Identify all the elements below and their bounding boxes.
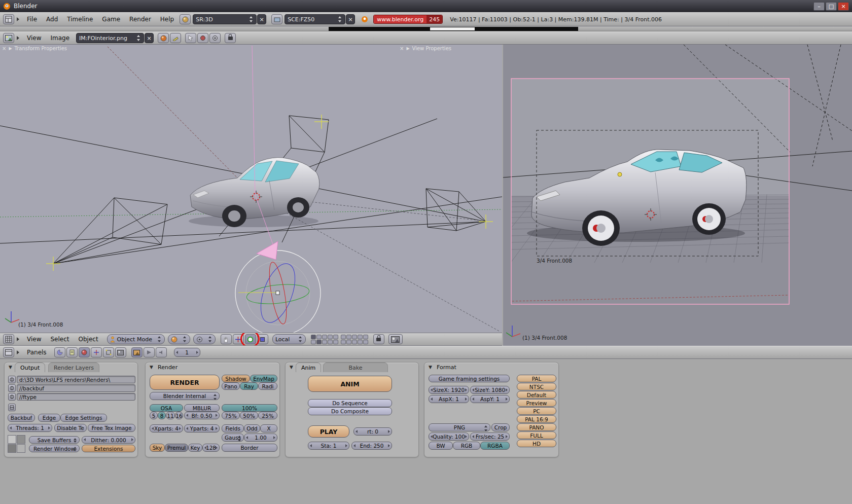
preset-pano-button[interactable]: PANO: [517, 423, 556, 431]
menu-image[interactable]: Image: [46, 34, 74, 42]
grease-pencil-icon[interactable]: [170, 33, 181, 43]
filter-menu[interactable]: Gauss: [222, 434, 244, 442]
panel-collapse-icon[interactable]: ▼: [150, 365, 153, 370]
panel-collapse-icon[interactable]: ▼: [429, 365, 432, 370]
trackball-gizmo[interactable]: [235, 250, 321, 333]
crop-toggle[interactable]: Crop: [491, 423, 510, 431]
file-select-icon[interactable]: [8, 376, 16, 383]
manipulator-rotate-icon[interactable]: [245, 334, 256, 344]
manipulator-scale-icon[interactable]: [257, 334, 268, 344]
scene-clear-button[interactable]: ×: [346, 14, 355, 24]
anim-button[interactable]: ANIM: [308, 376, 392, 392]
scene-browse-icon[interactable]: [271, 14, 282, 24]
size-25-toggle[interactable]: 25%: [258, 412, 277, 419]
menu-game[interactable]: Game: [97, 16, 125, 23]
menu-timeline[interactable]: Timeline: [62, 16, 97, 23]
preset-pc-button[interactable]: PC: [517, 407, 556, 415]
tab-output[interactable]: Output: [15, 363, 45, 372]
do-composite-toggle[interactable]: Do Composite: [308, 407, 392, 415]
pan-hand-icon[interactable]: [221, 334, 232, 344]
size-75-toggle[interactable]: 75%: [222, 412, 240, 419]
backbuf-path-field[interactable]: //backbuf: [17, 384, 135, 392]
osa-toggle[interactable]: OSA: [150, 404, 183, 412]
pivot-selector[interactable]: [193, 334, 216, 344]
screen-clear-button[interactable]: ×: [257, 14, 266, 24]
blur-factor-field[interactable]: Bf: 0.50: [184, 412, 220, 419]
rgba-toggle[interactable]: RGBA: [480, 442, 510, 450]
pano-toggle[interactable]: Pano: [222, 382, 240, 390]
anim-subcontext-icon[interactable]: [144, 347, 155, 357]
image-editor-icon[interactable]: [3, 33, 14, 43]
frame-number-field[interactable]: 1: [174, 348, 200, 357]
rt-field[interactable]: rt: 0: [353, 427, 392, 436]
mblur-toggle[interactable]: MBLUR: [184, 404, 220, 412]
backbuf-toggle[interactable]: Backbuf: [8, 414, 35, 422]
render-window-menu[interactable]: Render Window: [29, 445, 80, 452]
render-button[interactable]: RENDER: [150, 375, 220, 390]
osa-16-toggle[interactable]: 16: [175, 412, 183, 419]
game-framing-button[interactable]: Game framing settings: [429, 375, 510, 382]
sky-toggle[interactable]: Sky: [150, 444, 165, 452]
render-engine-menu[interactable]: Blender Internal: [150, 392, 220, 400]
tab-anim[interactable]: Anim: [296, 363, 321, 372]
screen-browse-icon[interactable]: [180, 14, 191, 24]
radio-toggle[interactable]: Radi: [258, 382, 277, 390]
close-icon[interactable]: ×: [400, 46, 404, 51]
preset-pal169-button[interactable]: PAL 16:9: [517, 415, 556, 423]
menu-help[interactable]: Help: [156, 16, 179, 23]
image-browse-icon[interactable]: [158, 33, 169, 43]
viewport-3d[interactable]: × ▶ Transform Properties × ▶ View Proper…: [0, 45, 502, 333]
maximize-button[interactable]: □: [826, 2, 837, 11]
menu-select[interactable]: Select: [46, 336, 74, 343]
image-clear-button[interactable]: ×: [145, 33, 154, 43]
ray-toggle[interactable]: Ray: [240, 382, 258, 390]
blender-version-badge[interactable]: www.blender.org 245: [373, 15, 443, 24]
aspx-field[interactable]: AspX: 1: [429, 395, 469, 403]
end-frame-field[interactable]: End: 250: [351, 442, 392, 450]
orientation-selector[interactable]: Local: [272, 334, 306, 344]
preset-hd-button[interactable]: HD: [517, 440, 556, 447]
manipulator-translate-icon[interactable]: [233, 334, 244, 344]
menu-file[interactable]: File: [22, 16, 42, 23]
free-tex-image-button[interactable]: Free Tex Image: [88, 424, 135, 432]
scrollbar-handle[interactable]: [430, 27, 475, 30]
sound-subcontext-icon[interactable]: [156, 347, 167, 357]
dither-field[interactable]: Dither: 0.000: [82, 436, 135, 444]
tab-render-layers[interactable]: Render Layers: [48, 363, 99, 372]
disable-tex-toggle[interactable]: Disable Te: [54, 424, 87, 432]
sizex-field[interactable]: SizeX: 1920: [429, 386, 469, 394]
render-preview-icon[interactable]: [388, 334, 403, 344]
size-50-toggle[interactable]: 50%: [240, 412, 258, 419]
preview-swatch[interactable]: [8, 435, 25, 453]
osa-5-toggle[interactable]: 5: [150, 412, 158, 419]
image-selector[interactable]: IM:FOinterior.png: [76, 33, 144, 43]
mode-selector[interactable]: Object Mode: [107, 334, 165, 344]
scene-selector[interactable]: SCE:FZ50: [285, 14, 345, 24]
header-collapse-icon[interactable]: [17, 350, 19, 354]
preset-ntsc-button[interactable]: NTSC: [517, 383, 556, 390]
yparts-field[interactable]: Yparts: 4: [184, 424, 220, 433]
tab-bake[interactable]: Bake: [323, 363, 388, 372]
ftype-path-field[interactable]: //ftype: [17, 393, 135, 401]
lock-icon[interactable]: [225, 33, 236, 43]
render-subcontext-icon[interactable]: [131, 347, 143, 357]
menu-view[interactable]: View: [22, 34, 46, 42]
threads-field[interactable]: Threads: 1: [8, 424, 52, 432]
screen-selector[interactable]: SR:3D: [193, 14, 257, 24]
menu-object[interactable]: Object: [74, 336, 103, 343]
pivot-dot-icon[interactable]: [209, 33, 221, 43]
object-context-icon[interactable]: [91, 347, 102, 357]
aspy-field[interactable]: AspY: 1: [470, 395, 510, 403]
menu-add[interactable]: Add: [42, 16, 62, 23]
render-path-field[interactable]: d:\3D Works\LFS renders\Renders\: [17, 376, 135, 383]
menu-view[interactable]: View: [22, 336, 46, 343]
filter-width-field[interactable]: 1.00: [244, 434, 277, 442]
expand-icon[interactable]: ▶: [9, 46, 12, 51]
shadow-toggle[interactable]: Shadow: [222, 375, 250, 382]
sizey-field[interactable]: SizeY: 1080: [470, 386, 510, 394]
size-100-toggle[interactable]: 100%: [222, 404, 277, 412]
edge-settings-button[interactable]: Edge Settings: [60, 414, 107, 422]
odd-toggle[interactable]: Odd: [244, 424, 260, 433]
view-properties-panel[interactable]: × ▶ View Properties: [400, 46, 451, 51]
preset-default-button[interactable]: Default: [517, 391, 556, 399]
